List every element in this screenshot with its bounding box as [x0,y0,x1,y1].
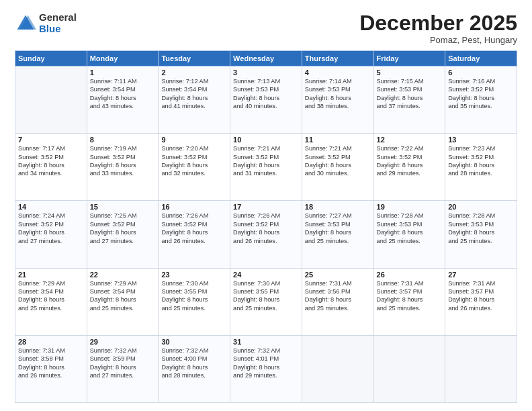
calendar-cell: 7Sunrise: 7:17 AMSunset: 3:52 PMDaylight… [15,134,87,201]
day-info: Sunrise: 7:32 AMSunset: 3:59 PMDaylight:… [90,347,156,380]
day-number: 7 [18,136,84,144]
calendar-week-4: 21Sunrise: 7:29 AMSunset: 3:54 PMDayligh… [15,268,517,335]
day-of-week-wednesday: Wednesday [230,51,302,66]
calendar-header: SundayMondayTuesdayWednesdayThursdayFrid… [15,51,517,66]
day-info: Sunrise: 7:25 AMSunset: 3:52 PMDaylight:… [90,212,156,245]
calendar-cell: 20Sunrise: 7:28 AMSunset: 3:53 PMDayligh… [445,201,517,268]
day-info: Sunrise: 7:22 AMSunset: 3:52 PMDaylight:… [377,144,443,178]
calendar-cell: 26Sunrise: 7:31 AMSunset: 3:57 PMDayligh… [373,268,445,335]
calendar-cell: 22Sunrise: 7:29 AMSunset: 3:54 PMDayligh… [87,268,159,335]
location: Pomaz, Pest, Hungary [359,35,517,45]
day-info: Sunrise: 7:26 AMSunset: 3:52 PMDaylight:… [161,212,227,245]
day-info: Sunrise: 7:17 AMSunset: 3:52 PMDaylight:… [18,144,84,178]
calendar-cell: 8Sunrise: 7:19 AMSunset: 3:52 PMDaylight… [87,134,159,201]
day-info: Sunrise: 7:16 AMSunset: 3:52 PMDaylight:… [448,77,514,111]
calendar-cell: 23Sunrise: 7:30 AMSunset: 3:55 PMDayligh… [159,268,230,335]
calendar-cell: 30Sunrise: 7:32 AMSunset: 4:00 PMDayligh… [159,335,230,402]
day-number: 22 [90,271,156,279]
day-number: 1 [90,68,156,77]
day-info: Sunrise: 7:27 AMSunset: 3:53 PMDaylight:… [305,212,371,245]
day-number: 12 [377,136,443,144]
day-of-week-saturday: Saturday [445,51,517,66]
day-info: Sunrise: 7:31 AMSunset: 3:56 PMDaylight:… [305,279,371,313]
day-number: 23 [161,271,227,279]
calendar-week-1: 1Sunrise: 7:11 AMSunset: 3:54 PMDaylight… [15,66,517,134]
month-title: December 2025 [359,12,517,34]
calendar-body: 1Sunrise: 7:11 AMSunset: 3:54 PMDaylight… [15,66,517,403]
calendar-cell: 21Sunrise: 7:29 AMSunset: 3:54 PMDayligh… [15,268,87,335]
calendar-cell: 5Sunrise: 7:15 AMSunset: 3:53 PMDaylight… [373,66,445,134]
calendar-week-3: 14Sunrise: 7:24 AMSunset: 3:52 PMDayligh… [15,201,517,268]
calendar-cell: 31Sunrise: 7:32 AMSunset: 4:01 PMDayligh… [230,335,302,402]
day-number: 9 [161,136,227,144]
calendar-cell: 11Sunrise: 7:21 AMSunset: 3:52 PMDayligh… [302,134,373,201]
calendar-cell: 14Sunrise: 7:24 AMSunset: 3:52 PMDayligh… [15,201,87,268]
day-number: 3 [233,68,299,77]
calendar-cell [302,335,373,402]
day-number: 24 [233,271,299,279]
calendar-cell: 19Sunrise: 7:28 AMSunset: 3:53 PMDayligh… [373,201,445,268]
day-info: Sunrise: 7:12 AMSunset: 3:54 PMDaylight:… [161,77,227,111]
day-number: 31 [233,338,299,346]
calendar-cell: 28Sunrise: 7:31 AMSunset: 3:58 PMDayligh… [15,335,87,402]
days-of-week-row: SundayMondayTuesdayWednesdayThursdayFrid… [15,51,517,66]
calendar-cell: 10Sunrise: 7:21 AMSunset: 3:52 PMDayligh… [230,134,302,201]
day-info: Sunrise: 7:31 AMSunset: 3:57 PMDaylight:… [377,279,443,313]
day-number: 13 [448,136,514,144]
day-number: 30 [161,338,227,346]
calendar-cell: 27Sunrise: 7:31 AMSunset: 3:57 PMDayligh… [445,268,517,335]
calendar-cell: 4Sunrise: 7:14 AMSunset: 3:53 PMDaylight… [302,66,373,134]
day-number: 11 [305,136,371,144]
day-of-week-friday: Friday [373,51,445,66]
logo-general: General [39,12,77,24]
day-number: 17 [233,203,299,211]
day-of-week-tuesday: Tuesday [159,51,230,66]
logo-blue: Blue [39,24,77,35]
logo: General Blue [15,12,77,34]
day-number: 26 [377,271,443,279]
day-info: Sunrise: 7:14 AMSunset: 3:53 PMDaylight:… [305,77,371,111]
calendar-cell: 2Sunrise: 7:12 AMSunset: 3:54 PMDaylight… [159,66,230,134]
day-info: Sunrise: 7:31 AMSunset: 3:58 PMDaylight:… [18,347,84,380]
day-of-week-thursday: Thursday [302,51,373,66]
calendar-week-2: 7Sunrise: 7:17 AMSunset: 3:52 PMDaylight… [15,134,517,201]
calendar-cell: 17Sunrise: 7:26 AMSunset: 3:52 PMDayligh… [230,201,302,268]
day-number: 6 [448,68,514,77]
day-number: 10 [233,136,299,144]
day-info: Sunrise: 7:21 AMSunset: 3:52 PMDaylight:… [305,144,371,178]
calendar-cell: 1Sunrise: 7:11 AMSunset: 3:54 PMDaylight… [87,66,159,134]
day-number: 16 [161,203,227,211]
day-info: Sunrise: 7:20 AMSunset: 3:52 PMDaylight:… [161,144,227,178]
day-number: 15 [90,203,156,211]
calendar-cell: 6Sunrise: 7:16 AMSunset: 3:52 PMDaylight… [445,66,517,134]
header: General Blue December 2025 Pomaz, Pest, … [15,12,517,45]
day-number: 21 [18,271,84,279]
day-info: Sunrise: 7:26 AMSunset: 3:52 PMDaylight:… [233,212,299,245]
logo-icon [15,13,36,34]
calendar-cell: 3Sunrise: 7:13 AMSunset: 3:53 PMDaylight… [230,66,302,134]
calendar-cell [373,335,445,402]
day-info: Sunrise: 7:32 AMSunset: 4:01 PMDaylight:… [233,347,299,380]
day-number: 4 [305,68,371,77]
day-info: Sunrise: 7:11 AMSunset: 3:54 PMDaylight:… [90,77,156,111]
calendar-cell: 13Sunrise: 7:23 AMSunset: 3:52 PMDayligh… [445,134,517,201]
calendar-cell [445,335,517,402]
calendar-cell [15,66,87,134]
day-info: Sunrise: 7:23 AMSunset: 3:52 PMDaylight:… [448,144,514,178]
calendar-cell: 18Sunrise: 7:27 AMSunset: 3:53 PMDayligh… [302,201,373,268]
calendar-cell: 24Sunrise: 7:30 AMSunset: 3:55 PMDayligh… [230,268,302,335]
day-number: 8 [90,136,156,144]
title-block: December 2025 Pomaz, Pest, Hungary [359,12,517,45]
day-number: 5 [377,68,443,77]
calendar-week-5: 28Sunrise: 7:31 AMSunset: 3:58 PMDayligh… [15,335,517,402]
day-info: Sunrise: 7:19 AMSunset: 3:52 PMDaylight:… [90,144,156,178]
day-of-week-sunday: Sunday [15,51,87,66]
day-number: 28 [18,338,84,346]
logo-text: General Blue [39,12,77,34]
calendar-cell: 9Sunrise: 7:20 AMSunset: 3:52 PMDaylight… [159,134,230,201]
day-info: Sunrise: 7:29 AMSunset: 3:54 PMDaylight:… [90,279,156,313]
day-number: 14 [18,203,84,211]
calendar-cell: 29Sunrise: 7:32 AMSunset: 3:59 PMDayligh… [87,335,159,402]
day-number: 18 [305,203,371,211]
day-info: Sunrise: 7:28 AMSunset: 3:53 PMDaylight:… [377,212,443,245]
